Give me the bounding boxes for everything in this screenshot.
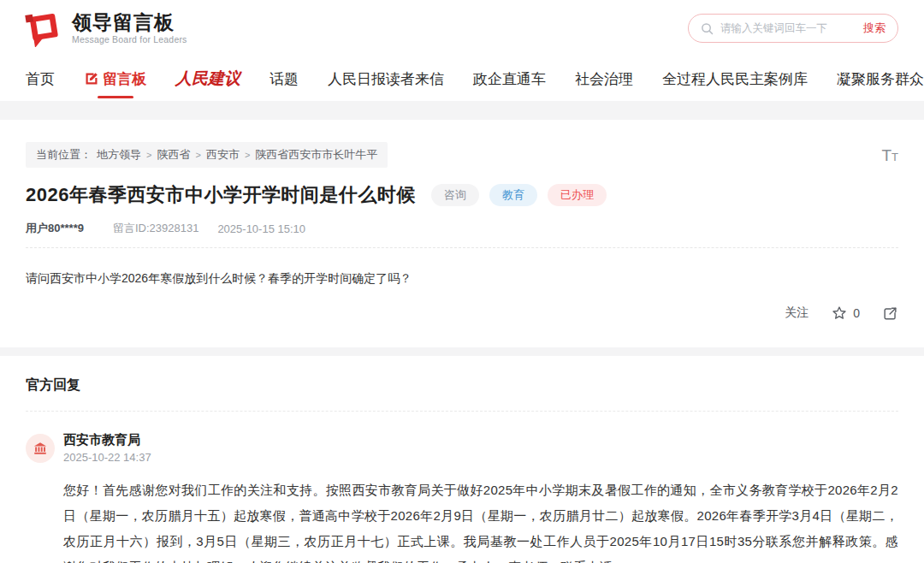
site-logo[interactable]: 领导留言板 Message Board for Leaders — [24, 9, 187, 47]
like-button[interactable]: 0 — [831, 305, 860, 322]
nav-item-message-board[interactable]: 留言板 — [84, 69, 146, 89]
reply-content: 您好！首先感谢您对我们工作的关注和支持。按照西安市教育局关于做好2025年中小学… — [63, 477, 898, 563]
breadcrumb-separator: > — [195, 150, 200, 160]
reply-agency-name: 西安市教育局 — [63, 432, 151, 448]
message-meta: 用户80****9 留言ID:23928131 2025-10-15 15:10 — [26, 221, 898, 236]
nav-item-people-suggestions[interactable]: 人民建议 — [175, 68, 240, 90]
divider — [26, 411, 898, 412]
logo-title: 领导留言板 — [72, 12, 187, 33]
badge-group: 咨询 教育 已办理 — [431, 184, 607, 206]
nav-item-gov-enterprise[interactable]: 政企直通车 — [473, 69, 546, 89]
agency-avatar — [26, 434, 55, 463]
follow-button[interactable]: 关注 — [785, 305, 808, 321]
badge-domain: 教育 — [489, 184, 537, 206]
message-actions: 关注 0 — [26, 305, 898, 322]
page-header: 领导留言板 Message Board for Leaders 搜索 — [0, 0, 924, 56]
breadcrumb: 当前位置： 地方领导 > 陕西省 > 西安市 > 陕西省西安市市长叶牛平 — [26, 142, 388, 168]
breadcrumb-item-local-leaders[interactable]: 地方领导 — [97, 147, 141, 163]
search-icon — [701, 22, 714, 35]
share-button[interactable] — [882, 305, 898, 322]
badge-category: 咨询 — [431, 184, 479, 206]
active-tab-underline — [98, 96, 133, 98]
breadcrumb-separator: > — [146, 150, 151, 160]
search-input[interactable] — [720, 22, 863, 34]
search-box: 搜索 — [688, 14, 898, 43]
star-icon — [831, 305, 848, 322]
message-id: 留言ID:23928131 — [113, 221, 198, 236]
share-icon — [882, 305, 898, 322]
breadcrumb-prefix: 当前位置： — [36, 147, 92, 163]
main-nav: 首页 留言板 人民建议 话题 人民日报读者来信 政企直通车 社会治理 全过程人民… — [0, 56, 924, 101]
message-user: 用户80****9 — [26, 221, 84, 236]
official-reply-section: 官方回复 西安市教育局 2025-10-22 14:37 您好！首先感谢您对我们… — [0, 356, 924, 563]
logo-subtitle: Message Board for Leaders — [72, 35, 187, 44]
nav-item-home[interactable]: 首页 — [26, 69, 55, 89]
nav-item-serve-masses[interactable]: 凝聚服务群众 — [837, 69, 924, 89]
edit-icon — [84, 71, 99, 86]
badge-status: 已办理 — [548, 184, 607, 206]
government-building-icon — [33, 441, 48, 456]
breadcrumb-item-city[interactable]: 西安市 — [206, 147, 240, 163]
message-time: 2025-10-15 15:10 — [217, 222, 305, 235]
nav-item-topics[interactable]: 话题 — [270, 69, 299, 89]
message-content: 请问西安市中小学2026年寒假放到什么时候？春季的开学时间确定了吗？ — [26, 269, 898, 287]
reply-section-heading: 官方回复 — [26, 376, 898, 394]
like-count: 0 — [853, 306, 860, 320]
reply-card: 西安市教育局 2025-10-22 14:37 您好！首先感谢您对我们工作的关注… — [26, 432, 898, 563]
message-card: 当前位置： 地方领导 > 陕西省 > 西安市 > 陕西省西安市市长叶牛平 TT … — [0, 120, 924, 347]
nav-item-social-governance[interactable]: 社会治理 — [575, 69, 633, 89]
divider — [26, 247, 898, 248]
message-title: 2026年春季西安市中小学开学时间是什么时候 — [26, 182, 416, 208]
font-size-control[interactable]: TT — [881, 147, 898, 163]
breadcrumb-item-mayor[interactable]: 陕西省西安市市长叶牛平 — [255, 147, 377, 163]
nav-item-readers-letters[interactable]: 人民日报读者来信 — [328, 69, 444, 89]
breadcrumb-item-province[interactable]: 陕西省 — [157, 147, 190, 163]
reply-time: 2025-10-22 14:37 — [63, 451, 151, 464]
search-button[interactable]: 搜索 — [863, 21, 886, 36]
logo-icon — [24, 9, 63, 47]
breadcrumb-separator: > — [245, 150, 250, 160]
nav-item-democracy-cases[interactable]: 全过程人民民主案例库 — [662, 69, 808, 89]
